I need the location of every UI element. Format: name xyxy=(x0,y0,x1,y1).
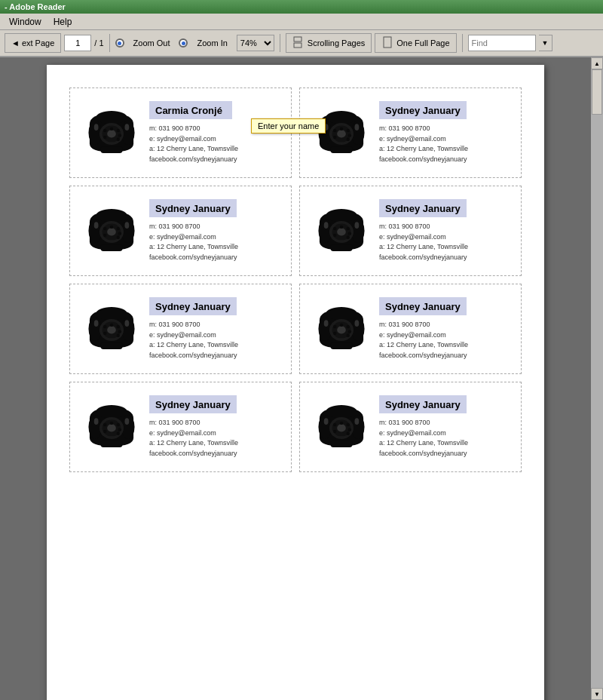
svg-point-56 xyxy=(340,226,343,229)
svg-point-29 xyxy=(333,136,336,139)
cards-grid: Carmia Cronjé m: 031 900 8700 e: sydney@… xyxy=(62,80,529,480)
prev-page-button[interactable]: ◄ ext Page xyxy=(5,33,61,53)
svg-point-57 xyxy=(347,227,350,230)
svg-point-24 xyxy=(337,130,346,137)
card-email: e: sydney@email.com xyxy=(379,330,513,341)
svg-point-58 xyxy=(348,232,351,235)
svg-point-103 xyxy=(118,428,121,431)
svg-point-42 xyxy=(117,227,120,230)
svg-point-21 xyxy=(326,111,357,124)
svg-point-9 xyxy=(107,130,116,137)
zoom-in-button[interactable]: Zoom In xyxy=(191,33,233,53)
card-address: a: 12 Cherry Lane, Townsville xyxy=(379,144,513,155)
zoom-select[interactable]: 74% 50% 100% 125% 150% xyxy=(237,35,274,51)
svg-point-59 xyxy=(333,234,336,237)
card-email: e: sydney@email.com xyxy=(149,232,283,243)
svg-rect-65 xyxy=(100,342,122,349)
card-name-text: Sydney January xyxy=(155,203,231,214)
zoom-out-label: Zoom Out xyxy=(133,38,170,48)
scrolling-pages-label: Scrolling Pages xyxy=(308,38,365,48)
svg-rect-2 xyxy=(384,37,391,48)
svg-point-54 xyxy=(337,228,346,235)
svg-point-46 xyxy=(94,222,99,229)
card-name-text: Sydney January xyxy=(385,399,461,410)
scrollbar[interactable]: ▲ ▼ xyxy=(591,57,603,700)
scrollbar-thumb[interactable] xyxy=(592,69,602,115)
phone-icon-container xyxy=(78,397,145,457)
card-phone: m: 031 900 8700 xyxy=(379,320,513,330)
svg-point-115 xyxy=(333,423,336,426)
card-phone: m: 031 900 8700 xyxy=(149,124,283,134)
card-phone: m: 031 900 8700 xyxy=(149,222,283,232)
svg-point-118 xyxy=(348,428,351,431)
one-full-page-button[interactable]: One Full Page xyxy=(375,33,456,53)
card-name-highlight: Carmia Cronjé xyxy=(149,101,232,119)
svg-point-75 xyxy=(117,334,120,337)
prev-page-label: ext Page xyxy=(22,38,54,48)
svg-rect-80 xyxy=(330,342,352,349)
svg-rect-1 xyxy=(294,43,302,48)
svg-point-85 xyxy=(333,325,336,328)
svg-point-60 xyxy=(347,236,350,239)
find-arrow-icon: ▼ xyxy=(542,39,549,47)
card-name-text: Sydney January xyxy=(385,301,461,312)
scroll-down-button[interactable]: ▼ xyxy=(591,688,603,700)
svg-point-13 xyxy=(118,134,121,137)
main-area: Carmia Cronjé m: 031 900 8700 e: sydney@… xyxy=(0,57,603,700)
card-name-highlight: Sydney January xyxy=(149,395,237,413)
scrolling-pages-button[interactable]: Scrolling Pages xyxy=(286,33,372,53)
svg-point-62 xyxy=(354,222,359,229)
card-email: e: sydney@email.com xyxy=(379,428,513,439)
card-details: m: 031 900 8700 e: sydney@email.com a: 1… xyxy=(149,124,283,164)
svg-point-120 xyxy=(347,432,350,435)
card-name-text: Sydney January xyxy=(155,399,231,410)
svg-point-117 xyxy=(347,423,350,426)
svg-point-71 xyxy=(110,324,113,327)
card-email: e: sydney@email.com xyxy=(149,330,283,341)
find-dropdown-button[interactable]: ▼ xyxy=(539,35,552,51)
pdf-canvas[interactable]: Carmia Cronjé m: 031 900 8700 e: sydney@… xyxy=(0,57,591,700)
card-details: m: 031 900 8700 e: sydney@email.com a: 1… xyxy=(149,418,283,459)
one-full-page-icon xyxy=(381,36,393,50)
card-details: m: 031 900 8700 e: sydney@email.com a: 1… xyxy=(149,320,283,361)
svg-point-31 xyxy=(324,124,329,130)
svg-point-77 xyxy=(124,320,129,327)
toolbar: ◄ ext Page / 1 Zoom Out Zoom In 74% 50% … xyxy=(0,30,603,57)
svg-point-39 xyxy=(107,228,116,235)
card-facebook: facebook.com/sydneyjanuary xyxy=(379,449,513,459)
zoom-out-button[interactable]: Zoom Out xyxy=(127,33,176,53)
card-facebook: facebook.com/sydneyjanuary xyxy=(379,351,513,361)
find-input[interactable] xyxy=(468,35,536,51)
menu-help[interactable]: Help xyxy=(47,15,78,29)
svg-point-28 xyxy=(348,134,351,137)
card-info: Sydney January m: 031 900 8700 e: sydney… xyxy=(145,395,283,459)
prev-arrow-icon: ◄ xyxy=(11,38,20,48)
svg-point-44 xyxy=(103,234,106,237)
card-phone: m: 031 900 8700 xyxy=(379,222,513,232)
phone-icon-container xyxy=(78,201,145,261)
svg-point-61 xyxy=(324,222,329,229)
svg-rect-110 xyxy=(330,441,352,447)
card-info: Sydney January m: 031 900 8700 e: sydney… xyxy=(375,199,513,262)
svg-point-106 xyxy=(94,418,99,425)
card-address: a: 12 Cherry Lane, Townsville xyxy=(149,144,283,155)
svg-point-69 xyxy=(107,326,116,333)
menu-window[interactable]: Window xyxy=(3,15,47,29)
scrollbar-track[interactable] xyxy=(591,69,603,688)
card-name-editable[interactable]: Carmia Cronjé xyxy=(155,105,222,116)
page-separator: / 1 xyxy=(94,38,103,48)
card-phone: m: 031 900 8700 xyxy=(149,418,283,428)
svg-rect-5 xyxy=(100,146,122,153)
business-card-6: Sydney January m: 031 900 8700 e: sydney… xyxy=(299,284,522,374)
scroll-up-button[interactable]: ▲ xyxy=(591,57,603,69)
card-info: Carmia Cronjé m: 031 900 8700 e: sydney@… xyxy=(145,101,283,164)
svg-point-11 xyxy=(110,127,113,130)
title-bar-text: - Adobe Reader xyxy=(5,2,66,11)
svg-rect-20 xyxy=(330,146,352,153)
one-full-page-label: One Full Page xyxy=(396,38,449,48)
card-phone: m: 031 900 8700 xyxy=(149,320,283,330)
page-number-input[interactable] xyxy=(64,35,91,51)
svg-point-26 xyxy=(340,127,343,130)
svg-point-72 xyxy=(117,325,120,328)
divider-2 xyxy=(280,34,280,52)
